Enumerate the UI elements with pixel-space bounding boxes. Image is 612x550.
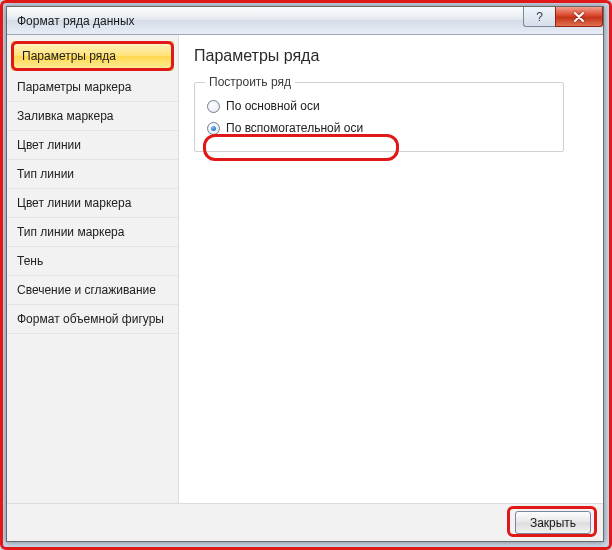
window-close-button[interactable]	[555, 7, 603, 27]
radio-secondary-axis[interactable]	[207, 122, 220, 135]
sidebar-item-line-style[interactable]: Тип линии	[7, 160, 178, 189]
radio-row-secondary-axis[interactable]: По вспомогательной оси	[205, 117, 553, 139]
sidebar-item-line-color[interactable]: Цвет линии	[7, 131, 178, 160]
help-icon: ?	[536, 10, 543, 24]
radio-row-primary-axis[interactable]: По основной оси	[205, 95, 553, 117]
sidebar-item-label: Параметры маркера	[17, 80, 131, 94]
sidebar-item-series-options[interactable]: Параметры ряда	[11, 41, 174, 71]
sidebar-item-label: Тип линии	[17, 167, 74, 181]
radio-label: По основной оси	[226, 99, 320, 113]
titlebar[interactable]: Формат ряда данных ?	[7, 7, 603, 35]
main-panel: Параметры ряда Построить ряд По основной…	[179, 35, 603, 503]
sidebar-item-marker-line-color[interactable]: Цвет линии маркера	[7, 189, 178, 218]
sidebar-item-label: Заливка маркера	[17, 109, 114, 123]
sidebar-item-3d-format[interactable]: Формат объемной фигуры	[7, 305, 178, 334]
sidebar-item-marker-fill[interactable]: Заливка маркера	[7, 102, 178, 131]
group-legend: Построить ряд	[205, 75, 295, 89]
sidebar-item-label: Формат объемной фигуры	[17, 312, 164, 326]
close-icon	[573, 12, 585, 22]
sidebar-item-label: Тень	[17, 254, 43, 268]
dialog-window: Формат ряда данных ? Параметры ряда Пара…	[6, 6, 604, 542]
dialog-footer: Закрыть	[7, 503, 603, 541]
close-button[interactable]: Закрыть	[515, 511, 591, 534]
help-button[interactable]: ?	[523, 7, 555, 27]
dialog-body: Параметры ряда Параметры маркера Заливка…	[7, 35, 603, 503]
sidebar-item-label: Цвет линии маркера	[17, 196, 131, 210]
sidebar-item-shadow[interactable]: Тень	[7, 247, 178, 276]
sidebar-item-label: Параметры ряда	[22, 49, 116, 63]
panel-heading: Параметры ряда	[194, 47, 589, 65]
window-buttons: ?	[523, 7, 603, 29]
sidebar-item-label: Тип линии маркера	[17, 225, 124, 239]
sidebar-item-label: Цвет линии	[17, 138, 81, 152]
radio-label: По вспомогательной оси	[226, 121, 363, 135]
sidebar: Параметры ряда Параметры маркера Заливка…	[7, 35, 179, 503]
window-title: Формат ряда данных	[17, 14, 135, 28]
radio-primary-axis[interactable]	[207, 100, 220, 113]
sidebar-item-label: Свечение и сглаживание	[17, 283, 156, 297]
plot-series-group: Построить ряд По основной оси По вспомог…	[194, 75, 564, 152]
sidebar-item-marker-line-style[interactable]: Тип линии маркера	[7, 218, 178, 247]
sidebar-item-marker-options[interactable]: Параметры маркера	[7, 73, 178, 102]
sidebar-item-glow[interactable]: Свечение и сглаживание	[7, 276, 178, 305]
